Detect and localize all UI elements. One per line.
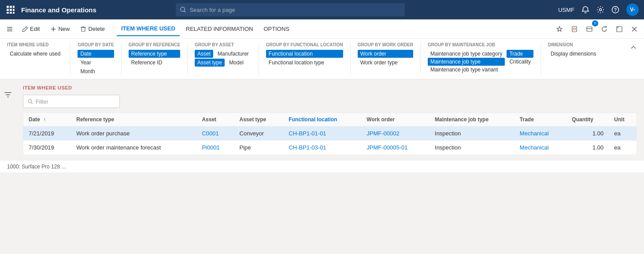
cell-work-order[interactable]: JPMF-00005-01 <box>361 141 429 155</box>
ribbon-item-asset-type[interactable]: Asset type <box>195 59 225 67</box>
col-header-maintenance-job-type[interactable]: Maintenance job type <box>429 113 514 127</box>
ribbon-group-maintenance-job: GROUP BY MAINTENANCE JOB Maintenance job… <box>421 42 541 75</box>
filter-search-input[interactable] <box>36 98 115 105</box>
new-icon <box>50 26 56 32</box>
tab-right-actions: O 0 <box>553 23 640 35</box>
cell-date: 7/30/2019 <box>23 141 71 155</box>
delete-button[interactable]: Delete <box>76 22 109 36</box>
col-header-asset[interactable]: Asset <box>196 113 234 127</box>
pin-button[interactable] <box>553 23 566 35</box>
ribbon-item-asset[interactable]: Asset <box>195 50 213 58</box>
ribbon-group-title-dimension: DIMENSION <box>548 42 599 47</box>
col-header-date[interactable]: Date ↑ <box>23 113 71 127</box>
ribbon-item-reference-type[interactable]: Reference type <box>129 50 180 58</box>
app-title: Finance and Operations <box>21 6 96 14</box>
settings-button[interactable] <box>596 6 604 14</box>
search-input[interactable] <box>189 7 400 13</box>
col-header-work-order[interactable]: Work order <box>361 113 429 127</box>
ribbon-collapse-button[interactable] <box>630 42 637 75</box>
col-header-trade[interactable]: Trade <box>514 113 567 127</box>
cell-maintenance-job-type: Inspection <box>429 127 514 141</box>
filter-icon[interactable] <box>2 89 14 101</box>
ribbon-item-mj-category[interactable]: Maintenance job type category <box>428 50 505 58</box>
expand-button[interactable] <box>613 23 625 35</box>
ribbon-item-mj-variant[interactable]: Maintenance job type variant <box>428 66 505 74</box>
svg-rect-1 <box>10 6 12 8</box>
table-header-row: Date ↑ Reference type Asset Asset type F… <box>23 113 637 127</box>
col-header-functional-location[interactable]: Functional location <box>283 113 361 127</box>
cell-quantity: 1.00 <box>566 141 609 155</box>
ribbon-item-display-dimensions[interactable]: Display dimensions <box>548 50 599 58</box>
tab-related-information[interactable]: RELATED INFORMATION <box>181 22 258 36</box>
table-row[interactable]: 7/30/2019 Work order maintenance forecas… <box>23 141 637 155</box>
notifications-button[interactable] <box>581 6 589 14</box>
cell-reference-type: Work order maintenance forecast <box>71 141 196 155</box>
cell-work-order[interactable]: JPMF-00002 <box>361 127 429 141</box>
ribbon-item-calculate[interactable]: Calculate where used <box>7 50 63 58</box>
help-button[interactable]: ? <box>611 6 619 14</box>
table-row[interactable]: 7/21/2019 Work order purchase C0001 Conv… <box>23 127 637 141</box>
table-head: Date ↑ Reference type Asset Asset type F… <box>23 113 637 127</box>
filter-search-icon <box>28 99 33 105</box>
content-area: ITEM WHERE USED Date ↑ Reference type As… <box>0 80 644 160</box>
filter-bar <box>23 95 637 108</box>
tab-options[interactable]: OPTIONS <box>259 22 294 36</box>
cell-quantity: 1.00 <box>566 127 609 141</box>
svg-rect-7 <box>10 12 12 14</box>
svg-rect-19 <box>81 27 85 31</box>
ribbon-group-date: GROUP BY DATE Date Year Month <box>70 42 121 75</box>
sort-arrow-date: ↑ <box>43 116 46 123</box>
col-header-quantity[interactable]: Quantity <box>566 113 609 127</box>
svg-rect-6 <box>7 12 9 14</box>
search-icon <box>180 7 186 13</box>
ribbon-item-trade[interactable]: Trade <box>507 50 533 58</box>
global-search[interactable] <box>176 3 405 16</box>
ribbon-group-title-date: GROUP BY DATE <box>78 42 114 47</box>
new-button[interactable]: New <box>46 22 74 36</box>
col-header-asset-type[interactable]: Asset type <box>234 113 284 127</box>
ribbon-item-reference-id[interactable]: Reference ID <box>129 59 180 67</box>
ribbon-item-mj-type[interactable]: Maintenance job type <box>428 58 505 66</box>
delete-icon <box>80 26 86 32</box>
cell-reference-type: Work order purchase <box>71 127 196 141</box>
ribbon-item-model[interactable]: Model <box>226 59 246 67</box>
cell-functional-location[interactable]: CH-BP1-03-01 <box>283 141 361 155</box>
tab-item-where-used[interactable]: ITEM WHERE USED <box>117 22 180 36</box>
svg-rect-24 <box>587 27 592 31</box>
cell-asset[interactable]: Pi0001 <box>196 141 234 155</box>
close-button[interactable] <box>628 23 640 35</box>
col-header-reference-type[interactable]: Reference type <box>71 113 196 127</box>
ribbon-item-functional-location[interactable]: Functional location <box>266 50 343 58</box>
apps-grid-icon[interactable] <box>5 4 16 15</box>
svg-point-29 <box>28 99 31 102</box>
ribbon-item-functional-location-type[interactable]: Functional location type <box>266 59 343 67</box>
cell-maintenance-job-type: Inspection <box>429 141 514 155</box>
cell-trade[interactable]: Mechanical <box>514 141 567 155</box>
col-header-unit[interactable]: Unit <box>609 113 637 127</box>
ribbon-item-month[interactable]: Month <box>78 67 114 75</box>
ribbon-group-reference: GROUP BY REFERENCE Reference type Refere… <box>122 42 188 75</box>
ribbon-item-year[interactable]: Year <box>78 59 114 67</box>
ribbon-group-title-work-order: GROUP BY WORK ORDER <box>358 42 413 47</box>
svg-text:O: O <box>573 27 576 31</box>
ribbon-item-date[interactable]: Date <box>78 50 114 58</box>
cell-functional-location[interactable]: CH-BP1-01-01 <box>283 127 361 141</box>
ribbon-items-dimension: Display dimensions <box>548 50 599 58</box>
cell-trade[interactable]: Mechanical <box>514 127 567 141</box>
cell-asset[interactable]: C0001 <box>196 127 234 141</box>
top-nav: Finance and Operations USMF ? <box>0 0 644 19</box>
notification-badge-button[interactable]: 0 <box>583 23 596 35</box>
section-title: ITEM WHERE USED <box>23 85 637 90</box>
ribbon-group-item-where-used: ITEM WHERE USED Calculate where used <box>7 42 70 75</box>
ribbon-items-date: Date Year Month <box>78 50 114 75</box>
office-button[interactable]: O <box>568 23 581 35</box>
edit-button[interactable]: Edit <box>18 22 44 36</box>
user-avatar[interactable]: V- <box>626 4 639 16</box>
filter-input-container[interactable] <box>23 95 120 108</box>
ribbon-item-work-order-type[interactable]: Work order type <box>358 59 413 67</box>
refresh-button[interactable] <box>598 23 611 35</box>
ribbon-item-work-order[interactable]: Work order <box>358 50 413 58</box>
ribbon-item-manufacturer[interactable]: Manufacturer <box>215 50 252 58</box>
ribbon-item-criticality[interactable]: Criticality <box>507 58 533 66</box>
hamburger-menu-button[interactable] <box>4 23 16 35</box>
